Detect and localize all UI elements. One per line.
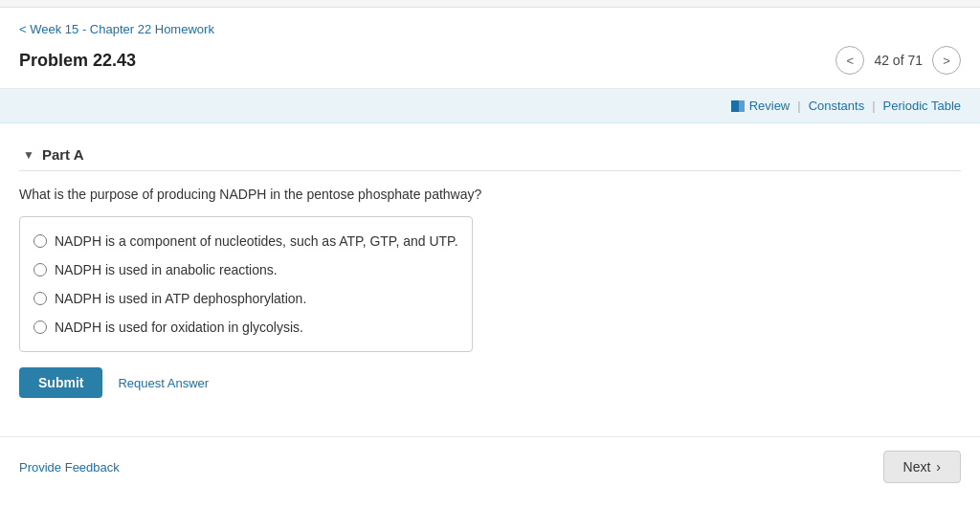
footer-bar: Provide Feedback Next › — [0, 436, 980, 497]
provide-feedback-link[interactable]: Provide Feedback — [19, 460, 120, 475]
review-label: Review — [749, 99, 791, 113]
submit-button[interactable]: Submit — [19, 367, 102, 398]
toolbar-bar: Review | Constants | Periodic Table — [0, 89, 980, 123]
periodic-table-link[interactable]: Periodic Table — [883, 99, 961, 113]
periodic-table-label: Periodic Table — [883, 99, 961, 113]
part-a-section: ▼ Part A What is the purpose of producin… — [19, 139, 961, 398]
next-arrow-icon: › — [936, 459, 941, 475]
breadcrumb-row: < Week 15 - Chapter 22 Homework — [0, 8, 980, 42]
separator-2: | — [872, 99, 875, 113]
constants-label: Constants — [809, 99, 865, 113]
question-text: What is the purpose of producing NADPH i… — [19, 185, 961, 205]
option-3-text: NADPH is used in ATP dephosphorylation. — [55, 291, 306, 306]
options-box: NADPH is a component of nucleotides, suc… — [19, 216, 473, 352]
problem-header: Problem 22.43 < 42 of 71 > — [0, 42, 980, 89]
part-arrow-icon: ▼ — [23, 148, 34, 162]
review-icon — [731, 100, 745, 112]
option-2-text: NADPH is used in anabolic reactions. — [55, 262, 278, 277]
option-1-text: NADPH is a component of nucleotides, suc… — [55, 233, 458, 249]
radio-4[interactable] — [33, 320, 47, 334]
part-a-label: Part A — [42, 146, 84, 163]
top-bar — [0, 0, 980, 8]
radio-1[interactable] — [33, 234, 47, 248]
breadcrumb-link[interactable]: < Week 15 - Chapter 22 Homework — [19, 22, 214, 36]
separator-1: | — [797, 99, 800, 113]
prev-button[interactable]: < — [835, 46, 864, 75]
next-nav-button[interactable]: > — [932, 46, 961, 75]
page-count: 42 of 71 — [874, 53, 923, 68]
option-3[interactable]: NADPH is used in ATP dephosphorylation. — [33, 284, 458, 313]
part-a-header: ▼ Part A — [19, 139, 961, 171]
problem-title: Problem 22.43 — [19, 51, 136, 71]
next-button[interactable]: Next › — [883, 451, 961, 483]
review-link[interactable]: Review — [731, 99, 791, 113]
option-2[interactable]: NADPH is used in anabolic reactions. — [33, 255, 458, 284]
option-4[interactable]: NADPH is used for oxidation in glycolysi… — [33, 313, 458, 342]
radio-2[interactable] — [33, 263, 47, 276]
request-answer-link[interactable]: Request Answer — [118, 376, 209, 390]
action-row: Submit Request Answer — [19, 367, 961, 398]
constants-link[interactable]: Constants — [809, 99, 865, 113]
next-label: Next — [903, 459, 931, 475]
radio-3[interactable] — [33, 292, 47, 305]
option-4-text: NADPH is used for oxidation in glycolysi… — [55, 320, 303, 335]
option-1[interactable]: NADPH is a component of nucleotides, suc… — [33, 227, 458, 255]
nav-controls: < 42 of 71 > — [835, 46, 961, 75]
